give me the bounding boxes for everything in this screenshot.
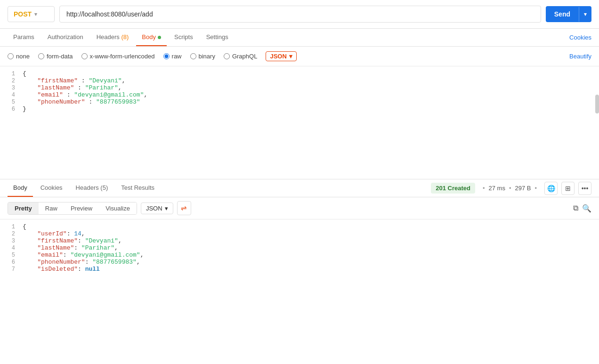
headers-count: (8): [121, 33, 129, 40]
req-line-4: 4 "email" : "devyani@gmail.com",: [0, 91, 599, 98]
resp-content-6: "phoneNumber": "8877659983",: [23, 259, 599, 266]
resp-tab-headers[interactable]: Headers (5): [70, 179, 114, 197]
send-label: Send: [546, 6, 579, 22]
req-linenum-6: 6: [0, 106, 23, 113]
resp-tab-test-results[interactable]: Test Results: [115, 179, 160, 197]
option-urlencoded-label: x-www-form-urlencoded: [90, 53, 155, 60]
resp-tab-cookies[interactable]: Cookies: [35, 179, 68, 197]
resp-tab-body[interactable]: Body: [8, 179, 33, 197]
beautify-button[interactable]: Beautify: [569, 53, 591, 60]
status-badge: 201 Created: [431, 183, 475, 194]
option-binary-label: binary: [199, 53, 215, 60]
more-options-button[interactable]: •••: [578, 182, 591, 195]
response-size: 297 B: [515, 185, 531, 192]
method-label: POST: [14, 10, 32, 18]
option-form-data-label: form-data: [47, 53, 73, 60]
resp-content-4: "lastName": "Parihar",: [23, 244, 599, 251]
json-chevron-icon: ▾: [289, 53, 292, 60]
url-input[interactable]: [59, 6, 541, 23]
search-response-button[interactable]: 🔍: [582, 204, 591, 213]
resp-content-1: {: [23, 223, 599, 230]
resp-content-7: "isDeleted": null: [23, 266, 599, 273]
tab-params[interactable]: Params: [8, 29, 40, 46]
method-dropdown[interactable]: POST ▾: [8, 6, 55, 22]
globe-icon-button[interactable]: 🌐: [544, 182, 558, 195]
sep2: •: [509, 185, 511, 192]
resp-linenum-2: 2: [0, 231, 23, 237]
req-content-4: "email" : "devyani@gmail.com",: [23, 91, 599, 98]
req-linenum-4: 4: [0, 92, 23, 98]
option-graphql[interactable]: GraphQL: [224, 53, 257, 60]
response-actions: 🌐 ⊞ •••: [544, 182, 591, 195]
req-line-3: 3 "lastName" : "Parihar",: [0, 84, 599, 91]
req-line-2: 2 "firstName" : "Devyani",: [0, 77, 599, 84]
view-tab-visualize[interactable]: Visualize: [99, 202, 137, 214]
view-tabs: Pretty Raw Preview Visualize: [8, 202, 137, 215]
option-none[interactable]: none: [8, 53, 30, 60]
resp-content-2: "userId": 14,: [23, 230, 599, 237]
tab-settings[interactable]: Settings: [201, 29, 234, 46]
option-raw[interactable]: raw: [163, 53, 182, 60]
option-none-label: none: [16, 53, 30, 60]
resp-linenum-4: 4: [0, 245, 23, 251]
tab-body[interactable]: Body: [136, 29, 167, 46]
request-body-editor[interactable]: 1 { 2 "firstName" : "Devyani", 3 "lastNa…: [0, 66, 599, 179]
tab-authorization[interactable]: Authorization: [42, 29, 89, 46]
option-graphql-label: GraphQL: [232, 53, 257, 60]
req-line-6: 6 }: [0, 105, 599, 113]
resp-line-1: 1 {: [0, 223, 599, 230]
resp-linenum-7: 7: [0, 266, 23, 273]
cookies-link[interactable]: Cookies: [569, 34, 591, 41]
resp-line-4: 4 "lastName": "Parihar",: [0, 244, 599, 251]
sep1: •: [483, 185, 485, 192]
response-section: Body Cookies Headers (5) Test Results 20…: [0, 179, 599, 276]
req-linenum-5: 5: [0, 99, 23, 105]
body-options: none form-data x-www-form-urlencoded raw…: [0, 47, 599, 66]
view-tab-preview[interactable]: Preview: [64, 202, 99, 214]
response-meta: • 27 ms • 297 B •: [483, 185, 537, 192]
response-json-dropdown[interactable]: JSON ▾: [141, 202, 173, 214]
response-time: 27 ms: [488, 185, 505, 192]
send-chevron-icon[interactable]: ▾: [579, 7, 591, 22]
req-content-2: "firstName" : "Devyani",: [23, 77, 599, 84]
sep3: •: [534, 185, 537, 192]
option-binary[interactable]: binary: [190, 53, 215, 60]
resp-content-3: "firstName": "Devyani",: [23, 237, 599, 244]
send-button[interactable]: Send ▾: [546, 6, 591, 22]
req-content-6: }: [23, 105, 599, 113]
request-tabs: Params Authorization Headers (8) Body Sc…: [0, 29, 599, 47]
response-toolbar: Pretty Raw Preview Visualize JSON ▾ ⇌ ⧉ …: [0, 197, 599, 219]
resp-line-7: 7 "isDeleted": null: [0, 266, 599, 273]
wrap-button[interactable]: ⇌: [177, 201, 191, 215]
resp-linenum-6: 6: [0, 259, 23, 266]
resp-content-5: "email": "devyani@gmail.com",: [23, 251, 599, 259]
req-line-5: 5 "phoneNumber" : "8877659983": [0, 98, 599, 105]
tab-headers[interactable]: Headers (8): [91, 29, 135, 46]
resp-headers-count: (5): [100, 184, 108, 191]
resp-line-2: 2 "userId": 14,: [0, 230, 599, 237]
view-tab-raw[interactable]: Raw: [39, 202, 64, 214]
resp-linenum-3: 3: [0, 238, 23, 244]
tab-scripts[interactable]: Scripts: [169, 29, 199, 46]
json-format-dropdown[interactable]: JSON ▾: [266, 51, 296, 61]
resp-json-chevron-icon: ▾: [165, 205, 168, 212]
req-content-5: "phoneNumber" : "8877659983": [23, 98, 599, 105]
body-dot: [158, 36, 161, 39]
top-bar: POST ▾ Send ▾: [0, 0, 599, 29]
req-linenum-3: 3: [0, 85, 23, 91]
resp-line-6: 6 "phoneNumber": "8877659983",: [0, 259, 599, 266]
view-tab-pretty[interactable]: Pretty: [8, 202, 39, 214]
req-content-1: {: [23, 70, 599, 77]
resp-linenum-1: 1: [0, 224, 23, 230]
resp-linenum-5: 5: [0, 252, 23, 259]
option-form-data[interactable]: form-data: [38, 53, 73, 60]
copy-response-button[interactable]: ⧉: [573, 204, 578, 213]
req-line-1: 1 {: [0, 70, 599, 77]
response-code: 1 { 2 "userId": 14, 3 "firstName": "Devy…: [0, 219, 599, 276]
response-tabs: Body Cookies Headers (5) Test Results 20…: [0, 179, 599, 197]
option-urlencoded[interactable]: x-www-form-urlencoded: [81, 53, 155, 60]
response-format-label: JSON: [146, 205, 162, 212]
resp-line-5: 5 "email": "devyani@gmail.com",: [0, 251, 599, 259]
format-icon-button[interactable]: ⊞: [561, 182, 575, 195]
scrollbar[interactable]: [595, 95, 599, 113]
